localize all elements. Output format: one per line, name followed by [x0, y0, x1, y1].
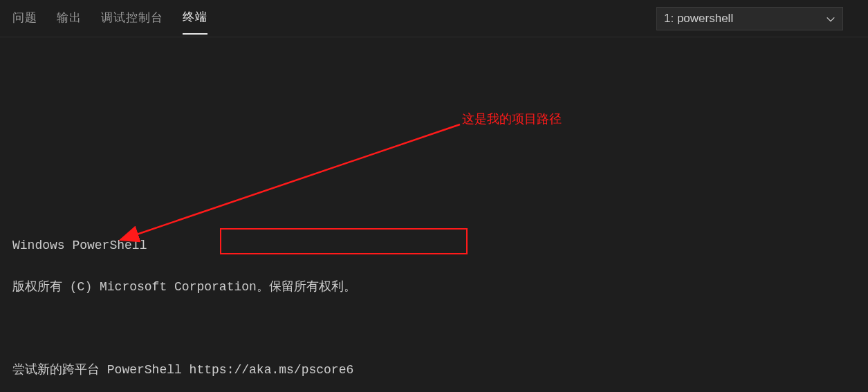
tab-debug-console[interactable]: 调试控制台: [101, 3, 163, 34]
chevron-down-icon: [826, 14, 835, 24]
terminal-selector-value: 1: powershell: [664, 12, 733, 26]
terminal-line: 版权所有 (C) Microsoft Corporation。保留所有权利。: [12, 277, 856, 297]
terminal-line: Windows PowerShell: [12, 235, 856, 256]
tab-problems[interactable]: 问题: [12, 3, 37, 34]
panel-tabs: 问题 输出 调试控制台 终端: [12, 2, 656, 35]
terminal-line: [12, 318, 856, 339]
terminal-line: [12, 111, 856, 131]
terminal-selector[interactable]: 1: powershell: [656, 7, 843, 30]
terminal-line: [12, 69, 856, 90]
annotation-label: 这是我的项目路径: [462, 111, 562, 127]
tab-output[interactable]: 输出: [57, 3, 82, 34]
panel-header: 问题 输出 调试控制台 终端 1: powershell: [0, 0, 868, 37]
terminal-output[interactable]: Windows PowerShell 版权所有 (C) Microsoft Co…: [0, 37, 868, 392]
terminal-line: [12, 152, 856, 173]
tab-terminal[interactable]: 终端: [183, 2, 207, 35]
terminal-line: [12, 194, 856, 214]
terminal-line: 尝试新的跨平台 PowerShell https://aka.ms/pscore…: [12, 360, 856, 380]
